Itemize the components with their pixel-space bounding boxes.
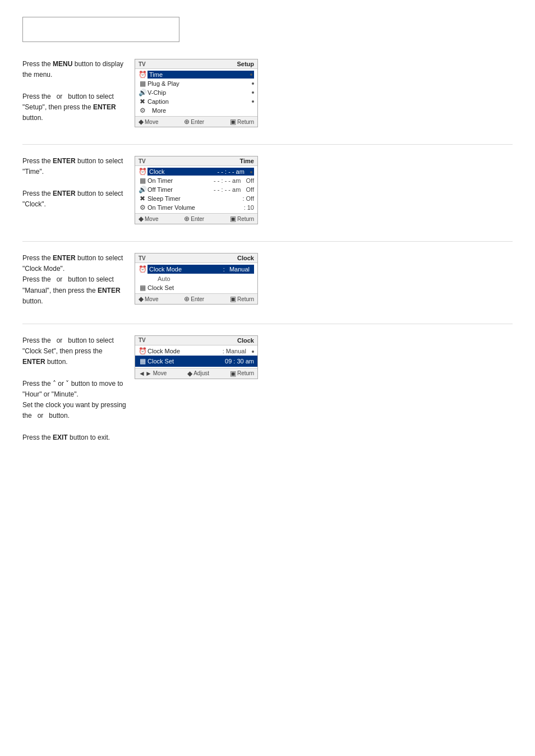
bold-exit: EXIT (53, 434, 68, 441)
tv-row-clockmode: ⏰ Clock Mode : Manual (135, 264, 257, 274)
section-3-instructions: Press the ENTER button to select "Clock … (22, 253, 135, 307)
screen-4-header: TV Clock (135, 336, 257, 345)
row-content-caption: Caption (147, 98, 254, 105)
offtimer-label: Off Timer (147, 186, 173, 193)
return-icon-4: ▣ (230, 370, 236, 377)
tv-label-2: TV (139, 158, 146, 164)
tv-label-1: TV (139, 61, 146, 67)
manual-box: Manual (227, 265, 252, 273)
screen-1-header: TV Setup (135, 59, 257, 69)
dot-1 (250, 73, 252, 76)
bold-enter-1: ENTER (93, 103, 116, 111)
time-label: Time (149, 71, 163, 78)
divider-1 (22, 144, 513, 145)
clockmode2-label: Clock Mode (147, 348, 180, 354)
clockset2-value: 09 : 30 am (225, 358, 254, 365)
clock-icon-2: ⏰ (137, 168, 147, 176)
footer-enter-2: ⊕ Enter (184, 215, 204, 223)
return-icon-2: ▣ (230, 215, 236, 223)
footer-move-4: ◄► Move (139, 370, 167, 377)
return-label-3: Return (237, 296, 254, 302)
bold-enter-4: ENTER (22, 358, 45, 366)
row-content-plug: Plug & Play (147, 80, 254, 87)
clockmode-label: Clock Mode (149, 266, 182, 273)
return-icon-1: ▣ (230, 118, 236, 126)
row-content-clockmode2: Clock Mode : Manual (147, 347, 254, 355)
row-content-ontimer: On Timer - - : - - am Off (147, 177, 254, 185)
bold-enter-2b: ENTER (53, 190, 76, 197)
tv-row-clock: ⏰ Clock - - : - - am (135, 167, 257, 176)
tv-row-vchip: 🔊 V-Chip (135, 88, 257, 97)
screen-1: TV Setup ⏰ Time ▦ Plug & Play (135, 59, 258, 127)
screen-4-title: Clock (237, 337, 254, 344)
row-content-more: More (147, 107, 254, 114)
clock-value: - - : - - am (218, 168, 252, 175)
clockmode2-value: : Manual (223, 348, 254, 354)
tv-row-clockset2: ▦ Clock Set 09 : 30 am (135, 356, 257, 367)
screen-2: TV Time ⏰ Clock - - : - - am ▦ On Timer … (135, 156, 258, 224)
row-content-offtimer: Off Timer - - : - - am Off (147, 186, 254, 193)
section-2-instructions: Press the ENTER button to select "Time".… (22, 156, 135, 210)
tv-row-time: ⏰ Time (135, 70, 257, 79)
ontimervolume-value: : 10 (244, 204, 254, 211)
screen-3: TV Clock ⏰ Clock Mode : Manual Auto ▦ (135, 253, 258, 305)
screen-2-footer: ◆ Move ⊕ Enter ▣ Return (135, 213, 257, 224)
row-content-clockset: Clock Set (147, 284, 254, 292)
settings-icon-1: ⚙ (137, 107, 147, 114)
row-content-clockmode: Clock Mode : Manual (147, 265, 254, 274)
section-1-instructions: Press the MENU button to display the men… (22, 59, 135, 123)
footer-return-2: ▣ Return (230, 215, 254, 223)
tv-row-sleeptimer: ✖ Sleep Timer : Off (135, 194, 257, 203)
tv-row-ontimer: ▦ On Timer - - : - - am Off (135, 176, 257, 185)
enter-icon-3: ⊕ (184, 295, 190, 303)
auto-option: Auto (135, 274, 257, 283)
adjust-icon-4: ◆ (187, 370, 192, 377)
speaker-icon-1: 🔊 (137, 89, 147, 96)
dot-5 (250, 171, 252, 173)
row-content-clockset2: Clock Set 09 : 30 am (147, 357, 254, 365)
move-label-1: Move (145, 119, 158, 125)
more-label: More (147, 107, 166, 114)
tv-label-3: TV (139, 255, 146, 261)
ontimer-value: - - : - - am Off (214, 177, 254, 184)
footer-move-3: ◆ Move (139, 295, 158, 303)
footer-enter-3: ⊕ Enter (184, 295, 204, 303)
row-content-clock: Clock - - : - - am (147, 168, 254, 176)
screen-2-title: Time (240, 158, 254, 164)
enter-label-2: Enter (191, 216, 204, 222)
return-label-4: Return (237, 370, 254, 376)
move-icon-2: ◆ (139, 215, 144, 223)
offtimer-value: - - : - - am Off (214, 186, 254, 193)
tv-row-more: ⚙ More (135, 106, 257, 115)
screen-2-header: TV Time (135, 156, 257, 166)
screen-3-body: ⏰ Clock Mode : Manual Auto ▦ Clock Set (135, 263, 257, 293)
screen-1-footer: ◆ Move ⊕ Enter ▣ Return (135, 116, 257, 127)
footer-return-1: ▣ Return (230, 118, 254, 126)
screen-4-body: ⏰ Clock Mode : Manual ▦ Clock Set 09 : 3… (135, 345, 257, 368)
footer-return-4: ▣ Return (230, 370, 254, 377)
clock-icon-1: ⏰ (137, 71, 147, 79)
return-label-1: Return (237, 119, 254, 125)
screen-4: TV Clock ⏰ Clock Mode : Manual ▦ Clock S… (135, 335, 258, 379)
footer-adjust-4: ◆ Adjust (187, 370, 209, 377)
enter-label-3: Enter (191, 296, 204, 302)
move-label-4: Move (153, 370, 167, 376)
row-content-ontimervolume: On Timer Volume : 10 (147, 204, 254, 211)
screen-4-footer: ◄► Move ◆ Adjust ▣ Return (135, 368, 257, 379)
sleeptimer-label: Sleep Timer (147, 195, 181, 202)
move-label-3: Move (145, 296, 158, 302)
return-icon-3: ▣ (230, 295, 236, 303)
section-3: Press the ENTER button to select "Clock … (22, 253, 513, 307)
section-2: Press the ENTER button to select "Time".… (22, 156, 513, 224)
screen-3-title: Clock (237, 255, 254, 261)
clockset-label: Clock Set (147, 284, 174, 291)
vchip-label: V-Chip (147, 89, 166, 96)
x-icon-2: ✖ (137, 195, 147, 202)
settings-icon-2: ⚙ (137, 204, 147, 211)
move-icon-1: ◆ (139, 118, 144, 126)
move-icon-4: ◄► (139, 370, 152, 377)
page-wrapper: Press the MENU button to display the men… (0, 0, 535, 477)
ontimer-label: On Timer (147, 177, 173, 184)
divider-3 (22, 324, 513, 324)
ontimervolume-label: On Timer Volume (147, 204, 195, 211)
